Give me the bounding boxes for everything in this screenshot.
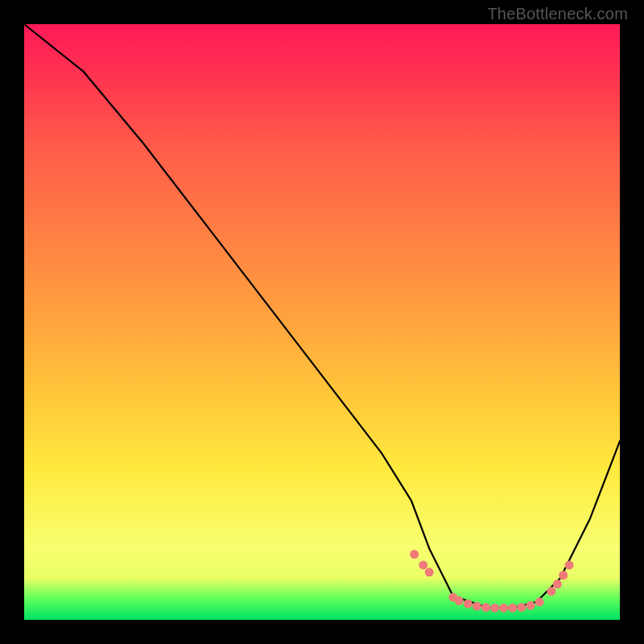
optimal-dot [410, 550, 419, 559]
optimal-dot [464, 600, 473, 609]
optimal-dot [490, 604, 499, 613]
optimal-dot [508, 604, 517, 613]
optimal-dot [559, 571, 568, 580]
optimal-dot [547, 587, 555, 596]
optimal-dot [499, 604, 508, 613]
optimal-dot [565, 560, 574, 569]
optimal-dot [526, 601, 535, 610]
watermark-text: TheBottleneck.com [487, 5, 628, 23]
optimal-dot [419, 560, 427, 569]
optimal-dot [553, 580, 562, 588]
optimal-dot [473, 602, 481, 611]
optimal-dot [535, 597, 544, 606]
bottleneck-curve [24, 24, 620, 608]
optimal-dot [481, 603, 490, 612]
optimal-dot [517, 603, 526, 612]
bottleneck-chart [24, 24, 620, 620]
optimal-dot [425, 568, 434, 576]
optimal-dot [455, 597, 464, 605]
chart-gradient-background [24, 24, 620, 620]
